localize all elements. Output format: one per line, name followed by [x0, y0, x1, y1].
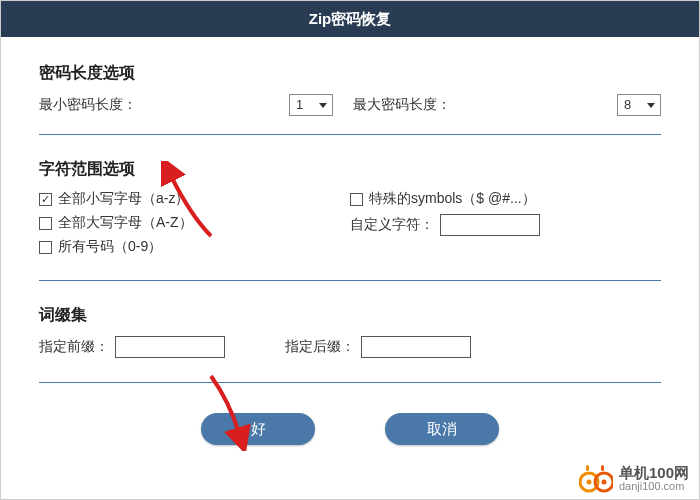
cancel-button[interactable]: 取消 — [385, 413, 499, 445]
divider — [39, 134, 661, 135]
suffix-input[interactable] — [361, 336, 471, 358]
checkbox-symbols-label: 特殊的symbols（$ @#...） — [369, 190, 536, 208]
section-length-title: 密码长度选项 — [39, 63, 661, 84]
watermark: 单机100网 danji100.com — [579, 465, 689, 493]
max-length-value: 8 — [624, 95, 631, 115]
section-charset: 字符范围选项 全部小写字母（a-z） 全部大写字母（A-Z） 所有号码（0-9） — [39, 159, 661, 281]
svg-point-1 — [586, 479, 591, 484]
button-row: 好 取消 — [39, 413, 661, 445]
checkbox-uppercase-label: 全部大写字母（A-Z） — [58, 214, 193, 232]
checkbox-lowercase[interactable] — [39, 193, 52, 206]
logo-icon — [579, 465, 613, 493]
section-charset-title: 字符范围选项 — [39, 159, 661, 180]
svg-rect-4 — [586, 465, 589, 471]
watermark-text: 单机100网 danji100.com — [619, 465, 689, 493]
ok-button[interactable]: 好 — [201, 413, 315, 445]
divider — [39, 382, 661, 383]
title-bar: Zip密码恢复 — [1, 1, 699, 37]
suffix-label: 指定后缀： — [285, 338, 355, 356]
checkbox-lowercase-label: 全部小写字母（a-z） — [58, 190, 189, 208]
max-length-select[interactable]: 8 — [617, 94, 661, 116]
custom-chars-label: 自定义字符： — [350, 216, 434, 234]
checkbox-digits[interactable] — [39, 241, 52, 254]
svg-point-3 — [601, 479, 606, 484]
checkbox-uppercase[interactable] — [39, 217, 52, 230]
watermark-url: danji100.com — [619, 480, 689, 493]
max-length-label: 最大密码长度： — [353, 96, 617, 114]
watermark-name: 单机100网 — [619, 465, 689, 480]
section-length: 密码长度选项 最小密码长度： 1 最大密码长度： 8 — [39, 63, 661, 135]
checkbox-symbols[interactable] — [350, 193, 363, 206]
svg-rect-5 — [601, 465, 604, 471]
checkbox-digits-label: 所有号码（0-9） — [58, 238, 162, 256]
min-length-select[interactable]: 1 — [289, 94, 333, 116]
custom-chars-input[interactable] — [440, 214, 540, 236]
min-length-label: 最小密码长度： — [39, 96, 289, 114]
window-title: Zip密码恢复 — [309, 10, 392, 27]
prefix-label: 指定前缀： — [39, 338, 109, 356]
min-length-value: 1 — [296, 95, 303, 115]
divider — [39, 280, 661, 281]
prefix-input[interactable] — [115, 336, 225, 358]
section-affix-title: 词缀集 — [39, 305, 661, 326]
dialog-content: 密码长度选项 最小密码长度： 1 最大密码长度： 8 字符范围选项 全部小写字母… — [1, 37, 699, 445]
section-affix: 词缀集 指定前缀： 指定后缀： — [39, 305, 661, 383]
